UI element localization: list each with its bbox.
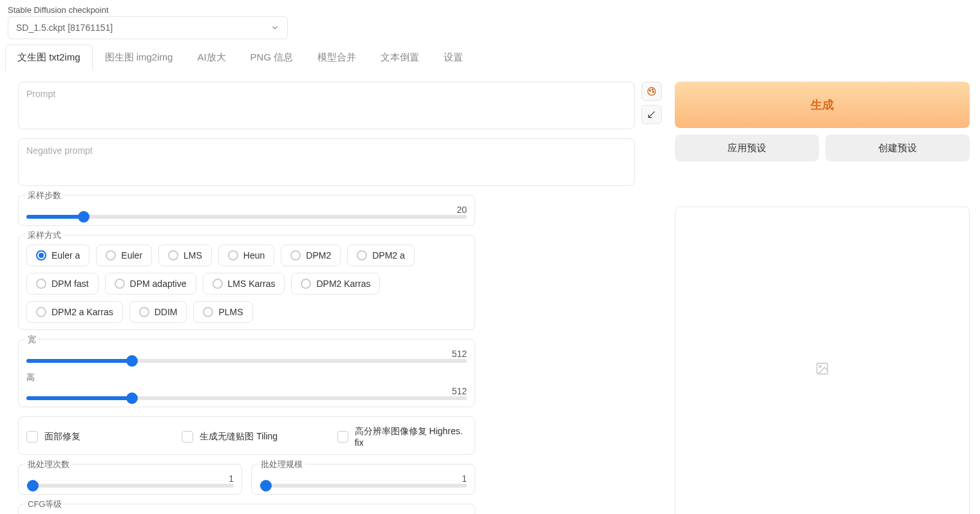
batch-count-label: 批处理次数 [25, 459, 72, 470]
radio-icon [301, 279, 311, 289]
checkpoint-select[interactable]: SD_1.5.ckpt [81761151] [8, 16, 288, 39]
radio-icon [36, 250, 46, 261]
tiling-checkbox[interactable]: 生成无缝贴图 Tiling [182, 426, 311, 448]
tab-2[interactable]: AI放大 [185, 44, 238, 71]
height-slider[interactable] [26, 396, 467, 400]
tab-1[interactable]: 图生图 img2img [93, 44, 185, 71]
sampler-option[interactable]: LMS [158, 244, 212, 266]
batch-count-value: 1 [26, 473, 234, 484]
image-placeholder-icon [815, 362, 829, 376]
batch-size-fieldset: 批处理规模 1 [251, 464, 475, 495]
checkpoint-value: SD_1.5.ckpt [81761151] [16, 23, 113, 33]
batch-size-label: 批处理规模 [258, 459, 305, 470]
width-label: 宽 [25, 334, 39, 345]
checkpoint-label: Stable Diffusion checkpoint [8, 5, 972, 15]
height-label: 高 [26, 372, 467, 383]
radio-icon [203, 307, 213, 317]
sampler-option[interactable]: DPM2 [281, 244, 341, 266]
negative-prompt-input[interactable] [18, 138, 635, 186]
collapse-button[interactable] [641, 105, 662, 124]
radio-icon [139, 307, 149, 317]
create-preset-button[interactable]: 创建预设 [825, 134, 970, 161]
sampler-fieldset: 采样方式 Euler aEulerLMSHeunDPM2DPM2 aDPM fa… [18, 235, 475, 330]
batch-count-fieldset: 批处理次数 1 [18, 464, 242, 495]
steps-fieldset: 采样步数 20 [18, 195, 475, 226]
sampler-option[interactable]: Heun [218, 244, 274, 266]
sampler-option[interactable]: DPM2 a [347, 244, 415, 266]
palette-icon [646, 86, 657, 96]
tab-0[interactable]: 文生图 txt2img [5, 44, 93, 71]
sampler-option[interactable]: Euler a [26, 244, 90, 266]
radio-icon [36, 307, 46, 317]
tab-3[interactable]: PNG 信息 [238, 44, 306, 71]
svg-point-1 [649, 90, 650, 91]
batch-count-slider[interactable] [26, 484, 234, 488]
sampler-option[interactable]: PLMS [193, 301, 252, 323]
svg-point-3 [653, 91, 654, 93]
width-slider[interactable] [26, 359, 467, 363]
radio-icon [212, 279, 223, 289]
radio-icon [115, 279, 125, 289]
batch-size-slider[interactable] [259, 484, 467, 488]
prompt-input[interactable] [18, 82, 635, 129]
radio-icon [290, 250, 301, 261]
sampler-option[interactable]: DPM fast [26, 273, 99, 295]
radio-icon [36, 279, 46, 289]
arrow-collapse-icon [647, 110, 656, 119]
highres-checkbox[interactable]: 高分辨率图像修复 Highres. fix [337, 426, 467, 448]
cfg-label: CFG等级 [25, 499, 64, 510]
svg-point-0 [648, 87, 655, 95]
sampler-option[interactable]: DPM adaptive [105, 273, 196, 295]
dimensions-fieldset: 宽 512 高 512 [18, 339, 475, 407]
generate-button[interactable]: 生成 [675, 82, 970, 128]
output-preview [675, 207, 970, 514]
sampler-option[interactable]: DDIM [129, 301, 187, 323]
svg-point-2 [652, 89, 653, 90]
chevron-down-icon [270, 23, 279, 32]
radio-icon [228, 250, 238, 261]
cfg-fieldset: CFG等级 7 [18, 504, 475, 514]
steps-label: 采样步数 [25, 190, 64, 201]
tab-4[interactable]: 模型合并 [305, 44, 368, 71]
tab-6[interactable]: 设置 [431, 44, 475, 71]
svg-line-4 [648, 111, 654, 117]
sampler-option[interactable]: DPM2 Karras [291, 273, 380, 295]
palette-button[interactable] [641, 82, 662, 101]
tabs: 文生图 txt2img图生图 img2imgAI放大PNG 信息模型合并文本倒置… [0, 44, 980, 71]
batch-size-value: 1 [259, 473, 467, 484]
height-value: 512 [26, 386, 467, 396]
sampler-option[interactable]: DPM2 a Karras [26, 301, 123, 323]
options-fieldset: 面部修复 生成无缝贴图 Tiling 高分辨率图像修复 Highres. fix [18, 416, 475, 455]
sampler-option[interactable]: LMS Karras [203, 273, 285, 295]
steps-value: 20 [26, 205, 467, 215]
width-value: 512 [26, 349, 467, 359]
sampler-option[interactable]: Euler [96, 244, 152, 266]
radio-icon [357, 250, 367, 261]
radio-icon [168, 250, 178, 261]
radio-icon [106, 250, 116, 261]
face-restore-checkbox[interactable]: 面部修复 [26, 426, 156, 448]
steps-slider[interactable] [26, 215, 467, 219]
tab-5[interactable]: 文本倒置 [368, 44, 431, 71]
apply-preset-button[interactable]: 应用预设 [675, 134, 819, 161]
sampler-label: 采样方式 [25, 230, 64, 241]
svg-point-6 [819, 365, 821, 367]
